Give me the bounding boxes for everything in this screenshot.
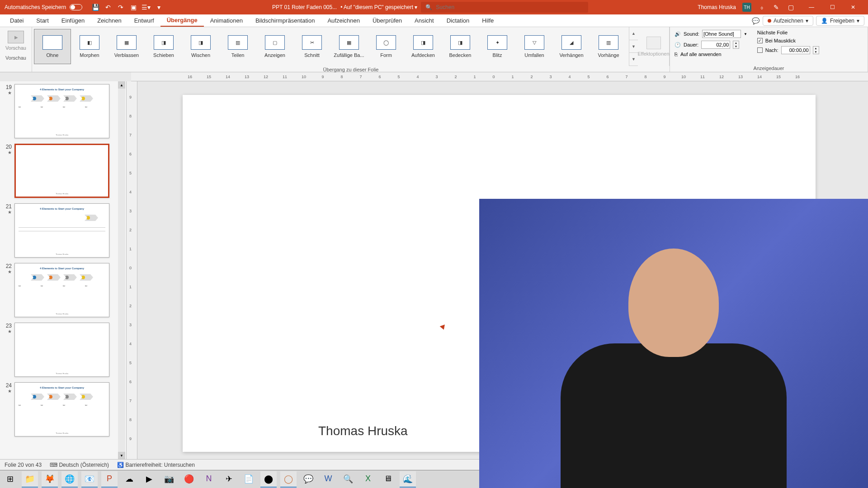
close-button[interactable]: ✕ bbox=[843, 0, 863, 14]
thumbnail-slide-21[interactable]: 21★4 Elements to Start your CompanyThoma… bbox=[3, 203, 126, 258]
onenote-icon[interactable]: N bbox=[201, 471, 217, 488]
transition-umfallen[interactable]: ▽Umfallen bbox=[516, 29, 553, 64]
transition-verhngen[interactable]: ◢Verhängen bbox=[553, 29, 590, 64]
thumbnail-scrollbar[interactable]: ▲ ▼ bbox=[118, 81, 125, 459]
tab-animationen[interactable]: Animationen bbox=[204, 14, 249, 27]
qat-more-icon[interactable]: ▾ bbox=[155, 3, 163, 11]
share-button[interactable]: 👤Freigeben ▾ bbox=[816, 16, 864, 26]
slide-counter[interactable]: Folie 20 von 43 bbox=[5, 462, 42, 468]
maximize-button[interactable]: ☐ bbox=[822, 0, 843, 14]
app-icon-5[interactable]: ◯ bbox=[280, 471, 297, 488]
ribbon-tabs: DateiStartEinfügenZeichnenEntwurfÜbergän… bbox=[0, 14, 868, 27]
thumbnail-slide-19[interactable]: 19★4 Elements to Start your Companytextt… bbox=[3, 84, 126, 138]
transition-teilen[interactable]: ▥Teilen bbox=[219, 29, 256, 64]
preview-button[interactable]: Vorschau bbox=[0, 27, 32, 54]
undo-icon[interactable]: ↶ bbox=[104, 3, 112, 11]
vertical-ruler: 9876543210123456789 bbox=[127, 81, 137, 459]
gallery-more-button[interactable]: ▼ bbox=[629, 53, 638, 66]
language-indicator[interactable]: ⌨ Deutsch (Österreich) bbox=[50, 462, 109, 468]
transition-anzeigen[interactable]: ▢Anzeigen bbox=[256, 29, 293, 64]
transition-wischen[interactable]: ◨Wischen bbox=[182, 29, 219, 64]
edge-icon[interactable]: 🌊 bbox=[400, 471, 416, 488]
obs-icon[interactable]: ⬤ bbox=[260, 471, 277, 488]
search-input[interactable] bbox=[436, 4, 584, 10]
after-spinner[interactable]: ▲▼ bbox=[813, 46, 819, 54]
app-icon-6[interactable]: 🔍 bbox=[340, 471, 356, 488]
gallery-down-button[interactable]: ▼ bbox=[629, 40, 638, 53]
comments-icon[interactable]: 💬 bbox=[752, 17, 760, 25]
thumbnail-slide-20[interactable]: 20★Thomas Hruska bbox=[3, 144, 126, 198]
after-time-input[interactable] bbox=[781, 46, 810, 54]
thumbnail-panel[interactable]: 19★4 Elements to Start your Companytextt… bbox=[0, 81, 127, 459]
transition-icon: ▥ bbox=[228, 35, 248, 50]
after-checkbox-row[interactable]: Nach: ▲▼ bbox=[757, 46, 819, 54]
window-mode-icon[interactable]: ▢ bbox=[787, 3, 795, 11]
tab-aufzeichnen[interactable]: Aufzeichnen bbox=[321, 14, 366, 27]
duration-input[interactable] bbox=[701, 41, 730, 49]
word-icon[interactable]: W bbox=[320, 471, 336, 488]
telegram-icon[interactable]: ✈ bbox=[221, 471, 237, 488]
scroll-down-button[interactable]: ▼ bbox=[118, 452, 125, 459]
accessibility-checker[interactable]: ♿ Barrierefreiheit: Untersuchen bbox=[117, 462, 195, 468]
minimize-button[interactable]: — bbox=[801, 0, 822, 14]
draw-icon[interactable]: ✎ bbox=[772, 3, 780, 11]
record-button[interactable]: Aufzeichnen ▾ bbox=[763, 16, 813, 26]
excel-icon[interactable]: X bbox=[360, 471, 376, 488]
vlc-icon[interactable]: ▶ bbox=[141, 471, 157, 488]
app-icon-3[interactable]: 🔴 bbox=[181, 471, 197, 488]
app-icon-4[interactable]: 📄 bbox=[241, 471, 257, 488]
gallery-up-button[interactable]: ▲ bbox=[629, 27, 638, 40]
search-icon: 🔍 bbox=[425, 4, 432, 10]
tab-einfügen[interactable]: Einfügen bbox=[55, 14, 91, 27]
thumbnail-slide-23[interactable]: 23★Thomas Hruska bbox=[3, 323, 126, 377]
on-click-checkbox[interactable]: ✓ Bei Mausklick bbox=[757, 38, 819, 43]
tab-datei[interactable]: Datei bbox=[4, 14, 30, 27]
transition-blitz[interactable]: ✦Blitz bbox=[479, 29, 516, 64]
autosave-toggle[interactable] bbox=[70, 4, 82, 10]
firefox-icon[interactable]: 🦊 bbox=[42, 471, 58, 488]
saved-location-label[interactable]: • Auf "diesem PC" gespeichert ▾ bbox=[340, 4, 417, 10]
tab-ansicht[interactable]: Ansicht bbox=[408, 14, 440, 27]
transition-zuflligeba[interactable]: ▦Zufällige Ba... bbox=[330, 29, 368, 64]
sound-select[interactable] bbox=[702, 30, 741, 38]
transition-verblassen[interactable]: ▦Verblassen bbox=[108, 29, 145, 64]
transition-form[interactable]: ◯Form bbox=[368, 29, 405, 64]
tab-dictation[interactable]: Dictation bbox=[440, 14, 476, 27]
transition-schieben[interactable]: ◨Schieben bbox=[145, 29, 182, 64]
chrome-icon[interactable]: 🌐 bbox=[61, 471, 78, 488]
transition-schnitt[interactable]: ✂Schnitt bbox=[293, 29, 330, 64]
outlook-icon[interactable]: 📧 bbox=[81, 471, 98, 488]
tab-übergänge[interactable]: Übergänge bbox=[160, 14, 204, 27]
username-label[interactable]: Thomas Hruska bbox=[698, 4, 736, 10]
file-explorer-icon[interactable]: 📁 bbox=[22, 471, 38, 488]
tab-überprüfen[interactable]: Überprüfen bbox=[366, 14, 408, 27]
transition-aufdecken[interactable]: ◨Aufdecken bbox=[405, 29, 442, 64]
save-icon[interactable]: 💾 bbox=[91, 3, 99, 11]
thumbnail-slide-22[interactable]: 22★4 Elements to Start your Companytextt… bbox=[3, 263, 126, 317]
present-from-start-icon[interactable]: ▣ bbox=[129, 3, 137, 11]
transition-bedecken[interactable]: ◨Bedecken bbox=[442, 29, 479, 64]
touch-mode-icon[interactable]: ☰▾ bbox=[142, 3, 150, 11]
search-box[interactable]: 🔍 bbox=[421, 2, 588, 13]
tab-hilfe[interactable]: Hilfe bbox=[476, 14, 500, 27]
discord-icon[interactable]: 💬 bbox=[300, 471, 316, 488]
transition-morphen[interactable]: ◧Morphen bbox=[71, 29, 108, 64]
powerpoint-icon[interactable]: P bbox=[101, 471, 118, 488]
redo-icon[interactable]: ↷ bbox=[117, 3, 125, 11]
tab-bildschirmpräsentation[interactable]: Bildschirmpräsentation bbox=[249, 14, 321, 27]
sync-icon[interactable]: ⬨ bbox=[758, 3, 766, 11]
duration-spinner[interactable]: ▲▼ bbox=[733, 41, 739, 49]
tab-entwurf[interactable]: Entwurf bbox=[128, 14, 160, 27]
app-icon-2[interactable]: 📷 bbox=[161, 471, 177, 488]
app-icon-7[interactable]: 🖥 bbox=[380, 471, 396, 488]
transition-vorhnge[interactable]: ▥Vorhänge bbox=[590, 29, 627, 64]
thumbnail-slide-24[interactable]: 24★4 Elements to Start your Companytextt… bbox=[3, 382, 126, 436]
start-button[interactable]: ⊞ bbox=[2, 471, 18, 488]
scroll-up-button[interactable]: ▲ bbox=[118, 81, 125, 89]
tab-start[interactable]: Start bbox=[30, 14, 55, 27]
app-icon-1[interactable]: ☁ bbox=[121, 471, 137, 488]
user-avatar[interactable]: TH bbox=[742, 3, 751, 12]
transition-ohne[interactable]: Ohne bbox=[34, 29, 71, 64]
apply-all-button[interactable]: ⎘ Auf alle anwenden bbox=[675, 52, 747, 57]
tab-zeichnen[interactable]: Zeichnen bbox=[91, 14, 127, 27]
